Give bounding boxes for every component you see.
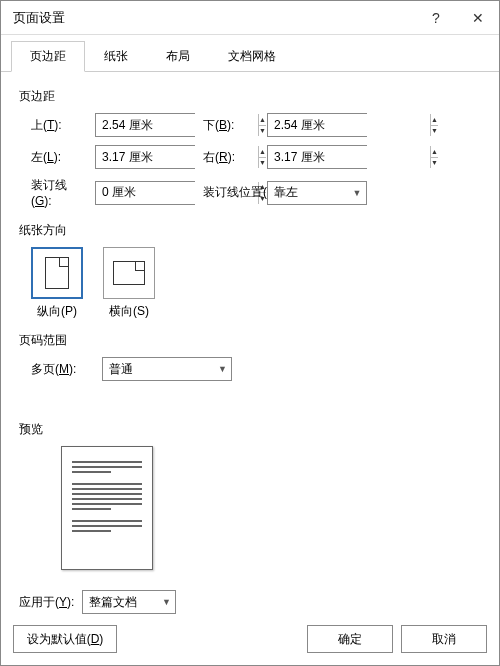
combo-gutter-position-value: 靠左 [268,184,348,201]
spin-down-icon[interactable]: ▼ [259,125,266,137]
combo-multipage-value: 普通 [103,361,213,378]
section-margins-title: 页边距 [19,88,481,105]
spin-gutter[interactable]: ▲ ▼ [95,181,195,205]
spin-up-icon[interactable]: ▲ [259,146,266,157]
spin-up-icon[interactable]: ▲ [259,114,266,125]
label-gutter: 装订线(G): [31,177,87,208]
page-portrait-icon [45,257,69,289]
spin-top[interactable]: ▲ ▼ [95,113,195,137]
pagerange-row: 多页(M): 普通 ▼ [19,357,481,381]
label-top: 上(T): [31,117,87,134]
orientation-landscape[interactable]: 横向(S) [103,247,155,320]
margins-grid: 上(T): ▲ ▼ 下(B): ▲ ▼ 左(L): ▲ [19,113,481,208]
spin-bottom[interactable]: ▲ ▼ [267,113,367,137]
spin-down-icon[interactable]: ▼ [259,157,266,169]
spin-buttons: ▲ ▼ [430,146,438,168]
dialog-body: 页边距 上(T): ▲ ▼ 下(B): ▲ ▼ 左(L): [1,72,499,617]
orientation-portrait[interactable]: 纵向(P) [31,247,83,320]
spin-up-icon[interactable]: ▲ [431,146,438,157]
chevron-down-icon: ▼ [348,188,366,198]
orientation-landscape-label: 横向(S) [103,303,155,320]
tab-docgrid[interactable]: 文档网格 [209,41,295,71]
orientation-group: 纵向(P) 横向(S) [19,247,481,320]
combo-multipage[interactable]: 普通 ▼ [102,357,232,381]
spin-buttons: ▲ ▼ [258,146,266,168]
label-bottom: 下(B): [203,117,259,134]
close-icon: ✕ [472,10,484,26]
spin-buttons: ▲ ▼ [430,114,438,136]
combo-gutter-position[interactable]: 靠左 ▼ [267,181,367,205]
tab-layout[interactable]: 布局 [147,41,209,71]
orientation-portrait-label: 纵向(P) [31,303,83,320]
spin-right[interactable]: ▲ ▼ [267,145,367,169]
page-setup-dialog: 页面设置 ? ✕ 页边距 纸张 布局 文档网格 页边距 上(T): ▲ ▼ 下(… [0,0,500,666]
portrait-icon-box [31,247,83,299]
ok-button[interactable]: 确定 [307,625,393,653]
close-button[interactable]: ✕ [457,1,499,35]
titlebar: 页面设置 ? ✕ [1,1,499,35]
preview-area [19,446,481,570]
section-pagerange-title: 页码范围 [19,332,481,349]
tabstrip: 页边距 纸张 布局 文档网格 [1,35,499,72]
set-defaults-button[interactable]: 设为默认值(D) [13,625,117,653]
landscape-icon-box [103,247,155,299]
preview-page-icon [61,446,153,570]
spin-up-icon[interactable]: ▲ [431,114,438,125]
label-apply-to: 应用于(Y): [19,594,74,611]
spin-down-icon[interactable]: ▼ [431,157,438,169]
cancel-button[interactable]: 取消 [401,625,487,653]
tab-paper[interactable]: 纸张 [85,41,147,71]
spin-left[interactable]: ▲ ▼ [95,145,195,169]
label-left: 左(L): [31,149,87,166]
spin-down-icon[interactable]: ▼ [431,125,438,137]
page-landscape-icon [113,261,145,285]
apply-row: 应用于(Y): 整篇文档 ▼ [19,590,481,614]
input-right[interactable] [268,146,430,168]
combo-apply-to-value: 整篇文档 [83,594,157,611]
dialog-title: 页面设置 [13,9,415,27]
chevron-down-icon: ▼ [213,364,231,374]
input-bottom[interactable] [268,114,430,136]
label-multipage: 多页(M): [31,361,76,378]
tab-margins[interactable]: 页边距 [11,41,85,72]
section-orientation-title: 纸张方向 [19,222,481,239]
chevron-down-icon: ▼ [157,597,175,607]
spin-buttons: ▲ ▼ [258,114,266,136]
help-button[interactable]: ? [415,1,457,35]
dialog-footer: 设为默认值(D) 确定 取消 [1,617,499,665]
combo-apply-to[interactable]: 整篇文档 ▼ [82,590,176,614]
section-preview-title: 预览 [19,421,481,438]
label-right: 右(R): [203,149,259,166]
